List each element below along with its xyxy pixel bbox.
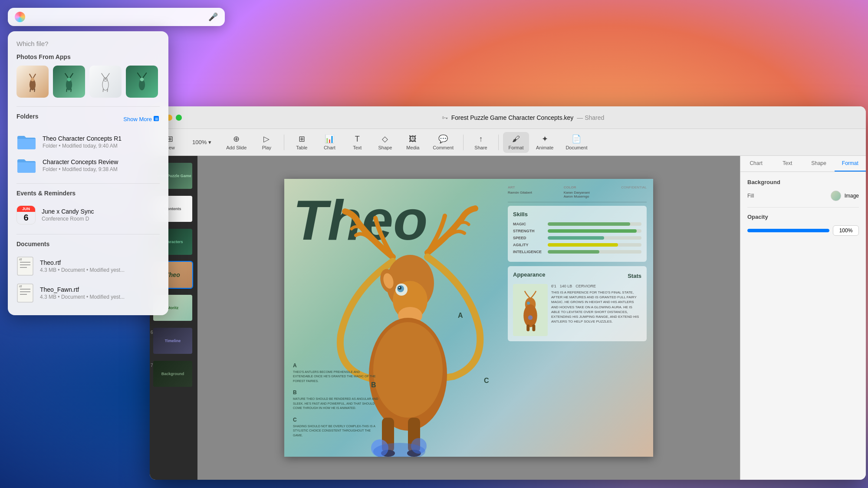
- background-color-swatch[interactable]: [831, 191, 841, 201]
- fill-value: Image: [845, 193, 859, 199]
- event-location: Conference Room D: [42, 216, 94, 222]
- maximize-button[interactable]: [176, 115, 182, 121]
- comment-button[interactable]: 💬 Comment: [427, 132, 459, 153]
- folder-info: Character Concepts Review Folder • Modif…: [43, 158, 118, 172]
- toolbar-separator: [498, 135, 499, 150]
- skill-intelligence: INTELLIGENCE: [513, 250, 641, 254]
- format-button[interactable]: 🖌 Format: [503, 132, 529, 153]
- add-slide-label: Add Slide: [226, 145, 247, 150]
- keynote-toolbar: ⊞ View 100% ▾ ⊕ Add Slide ▷ Play ⊞ Table…: [150, 129, 866, 156]
- tab-chart[interactable]: Chart: [740, 156, 772, 171]
- chart-button[interactable]: 📊 Chart: [316, 132, 342, 153]
- window-titlebar: 🗝 Forest Puzzle Game Character Concepts.…: [150, 106, 866, 129]
- format-background-row: Fill Image: [747, 191, 859, 201]
- media-button[interactable]: 🖼 Media: [400, 132, 426, 153]
- share-label: Share: [474, 145, 487, 150]
- folder-item[interactable]: Theo Character Concepts R1 Folder • Modi…: [16, 130, 160, 154]
- skill-strength: STRENGTH: [513, 229, 641, 233]
- svg-point-44: [373, 322, 443, 418]
- slide-thumbnail: Timeline: [153, 328, 192, 354]
- format-divider: [747, 207, 859, 208]
- folders-title: Folders: [16, 113, 39, 120]
- add-slide-button[interactable]: ⊕ Add Slide: [221, 132, 252, 153]
- slide-thumb-6[interactable]: 6 Timeline: [150, 324, 197, 357]
- photo-thumb[interactable]: [89, 66, 122, 98]
- table-button[interactable]: ⊞ Table: [289, 132, 315, 153]
- folder-item[interactable]: Character Concepts Review Folder • Modif…: [16, 154, 160, 177]
- slide-info-top: ART Ramón Gilabert COLOR Karan Daryanani…: [508, 185, 647, 202]
- share-icon: ↑: [479, 135, 483, 144]
- svg-point-60: [528, 315, 533, 320]
- section-divider: [16, 106, 160, 107]
- tab-shape[interactable]: Shape: [803, 156, 835, 171]
- animate-button[interactable]: ✦ Animate: [531, 132, 559, 153]
- spotlight-results-panel: Which file? Photos From Apps: [8, 31, 168, 315]
- show-more-button[interactable]: Show More ⊞: [123, 116, 160, 122]
- document-item[interactable]: rtf Theo.rtf 4.3 MB • Document • Modifie…: [16, 253, 160, 280]
- document-info: Theo.rtf 4.3 MB • Document • Modified ye…: [40, 259, 125, 273]
- stats-description: THIS IS A REFERENCE FOR THEO'S FINAL STA…: [551, 290, 641, 324]
- comment-label: Comment: [433, 145, 454, 150]
- animate-icon: ✦: [542, 134, 548, 144]
- slide-canvas: Theo: [284, 179, 653, 457]
- share-button[interactable]: ↑ Share: [468, 132, 494, 153]
- svg-line-17: [107, 89, 108, 92]
- svg-point-21: [140, 78, 144, 82]
- tab-format[interactable]: Format: [835, 156, 866, 171]
- microphone-icon[interactable]: 🎤: [208, 12, 218, 22]
- window-title: 🗝 Forest Puzzle Game Character Concepts.…: [187, 114, 859, 121]
- svg-point-9: [67, 78, 71, 82]
- opacity-input[interactable]: [833, 225, 859, 236]
- document-item[interactable]: rtf Theo_Fawn.rtf 4.3 MB • Document • Mo…: [16, 280, 160, 307]
- keynote-icon: 🗝: [442, 114, 448, 121]
- shape-button[interactable]: ◇ Shape: [372, 132, 398, 153]
- photo-thumb[interactable]: [16, 66, 49, 98]
- folder-name: Theo Character Concepts R1: [43, 135, 122, 142]
- document-button[interactable]: 📄 Document: [560, 132, 592, 153]
- calendar-day: 6: [17, 212, 35, 223]
- slide-info-panel: ART Ramón Gilabert COLOR Karan Daryanani…: [508, 185, 647, 341]
- zoom-control[interactable]: 100% ▾: [188, 137, 216, 147]
- appearance-section: Appearance Stats: [508, 266, 647, 341]
- events-section-title: Events & Reminders: [16, 190, 160, 197]
- document-icon: 📄: [572, 134, 581, 144]
- event-item[interactable]: JUN 6 June x Candy Sync Conference Room …: [16, 202, 160, 228]
- event-info: June x Candy Sync Conference Room D: [42, 208, 94, 222]
- stat-name: CERVIORE: [575, 284, 596, 288]
- color-info: COLOR Karan Daryanani Aaron Musemgo: [564, 185, 590, 198]
- table-icon: ⊞: [299, 134, 305, 144]
- text-button[interactable]: T Text: [344, 132, 370, 153]
- format-content: Background Fill Image Opacity: [740, 172, 866, 249]
- keynote-window: 🗝 Forest Puzzle Game Character Concepts.…: [150, 106, 866, 480]
- svg-point-12: [102, 79, 108, 90]
- play-icon: ▷: [263, 134, 270, 144]
- document-name: Theo_Fawn.rtf: [40, 286, 125, 293]
- canvas-area[interactable]: Theo: [197, 156, 740, 480]
- format-icon: 🖌: [512, 135, 520, 144]
- stats-section: 6'1 140 LB CERVIORE THIS IS A REFERENCE …: [551, 284, 641, 336]
- text-label: Text: [353, 145, 362, 150]
- folder-meta: Folder • Modified today, 9:38 AM: [43, 166, 118, 172]
- spotlight-input[interactable]: Show the files June sent me last week: [30, 11, 204, 23]
- photo-thumb[interactable]: [53, 66, 85, 98]
- shared-text: — Shared: [577, 114, 604, 121]
- format-opacity-title: Opacity: [747, 214, 859, 220]
- skills-title: Skills: [513, 211, 641, 218]
- format-panel: Chart Text Shape Format Background Fill …: [740, 156, 866, 480]
- comment-icon: 💬: [438, 134, 448, 144]
- photo-thumb[interactable]: [126, 66, 158, 98]
- spotlight-search-bar: Show the files June sent me last week 🎤: [8, 8, 225, 26]
- document-icon: rtf: [16, 283, 34, 303]
- appearance-content: 6'1 140 LB CERVIORE THIS IS A REFERENCE …: [513, 284, 641, 336]
- appearance-title: Appearance: [513, 271, 545, 278]
- format-section-title: Background: [747, 179, 859, 185]
- note-c: C SHADING SHOULD NOT BE OVERLY COMPLEX-T…: [293, 417, 380, 438]
- animate-label: Animate: [536, 145, 553, 150]
- slide-thumb-7[interactable]: 7 Background: [150, 357, 197, 390]
- toolbar-separator: [463, 135, 464, 150]
- tab-text[interactable]: Text: [772, 156, 803, 171]
- art-info: ART Ramón Gilabert: [508, 185, 532, 198]
- play-button[interactable]: ▷ Play: [253, 132, 279, 153]
- section-divider: [16, 234, 160, 234]
- svg-text:C: C: [484, 377, 489, 384]
